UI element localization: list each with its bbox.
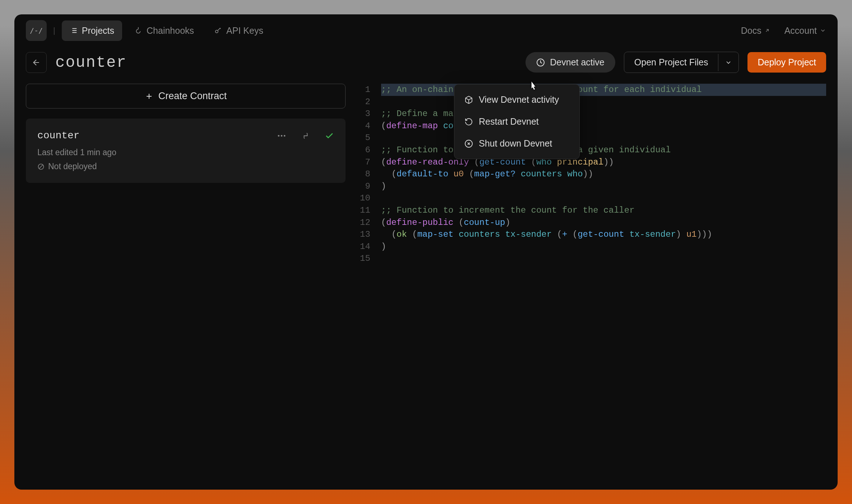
code-line[interactable] [381,253,826,265]
chevron-down-icon [820,27,826,34]
clock-icon [536,58,545,67]
nav-divider: | [53,26,55,35]
svg-point-13 [284,135,286,137]
svg-point-12 [281,135,283,137]
contract-last-edited: Last edited 1 min ago [37,148,334,157]
content-area: counter Devnet active Open Project Files… [14,47,838,490]
function-button[interactable] [302,131,310,140]
project-title: counter [55,54,127,71]
code-line[interactable]: ;; Define a map data structure [381,108,826,120]
code-line[interactable] [381,96,826,108]
chevron-down-icon[interactable] [718,54,738,71]
svg-line-15 [39,165,43,168]
code-line[interactable]: ) [381,241,826,253]
create-contract-button[interactable]: Create Contract [26,84,346,108]
nav-item-label: Projects [82,26,114,36]
code-line[interactable] [381,132,826,144]
deploy-project-button[interactable]: Deploy Project [747,52,826,73]
nav-right: Docs Account [741,26,826,36]
function-icon [302,131,310,140]
more-horizontal-icon [277,131,287,141]
sidebar: Create Contract counter [26,84,346,478]
list-icon [70,27,78,34]
key-icon [214,27,222,34]
svg-point-6 [216,30,218,33]
svg-point-11 [278,135,280,137]
code-line[interactable]: ) [381,180,826,193]
open-project-files-button[interactable]: Open Project Files [624,52,739,73]
code-line[interactable] [381,192,826,204]
external-link-icon [764,28,770,33]
contract-name: counter [37,130,268,141]
nav-account[interactable]: Account [784,26,826,36]
app-window: /-/ | Projects Chainhooks API Keys Docs … [14,14,838,490]
hook-icon [134,27,142,34]
nav-item-label: API Keys [226,26,263,36]
nav-chainhooks[interactable]: Chainhooks [126,20,202,41]
project-header: counter Devnet active Open Project Files… [26,47,826,84]
dropdown-view-activity[interactable]: View Devnet activity [454,89,579,111]
check-icon [325,131,334,140]
code-editor[interactable]: 123456789101112131415 ;; An on-chain cou… [360,84,826,478]
nav-bar: /-/ | Projects Chainhooks API Keys Docs … [14,14,838,47]
code-line[interactable]: (define-public (count-up) [381,217,826,229]
dropdown-shutdown[interactable]: Shut down Devnet [454,133,579,154]
code-line[interactable]: (default-to u0 (map-get? counters who)) [381,168,826,180]
nav-item-label: Chainhooks [147,26,194,36]
more-button[interactable] [277,131,287,141]
nav-docs[interactable]: Docs [741,26,770,36]
code-line[interactable]: ;; Function to retrieve the count for a … [381,144,826,156]
plus-icon [145,92,153,101]
code-line[interactable]: (define-map counters principal uint) [381,120,826,132]
refresh-icon [464,117,473,126]
circle-slash-icon [37,163,45,170]
code-line[interactable]: ;; An on-chain counter that stores a cou… [381,84,826,96]
dropdown-restart[interactable]: Restart Devnet [454,111,579,133]
arrow-left-icon [32,58,41,67]
nav-projects[interactable]: Projects [62,20,122,41]
devnet-status-button[interactable]: Devnet active [525,52,615,73]
cursor-icon [528,80,538,92]
main-content: Create Contract counter [26,84,826,478]
nav-apikeys[interactable]: API Keys [206,20,271,41]
back-button[interactable] [26,52,47,73]
contract-card[interactable]: counter Last [26,119,346,183]
code-lines[interactable]: ;; An on-chain counter that stores a cou… [381,84,826,478]
code-line[interactable]: ;; Function to increment the count for t… [381,204,826,217]
check-button[interactable] [325,131,334,140]
logo[interactable]: /-/ [26,20,47,41]
cube-icon [464,96,473,104]
code-line[interactable]: (ok (map-set counters tx-sender (+ (get-… [381,228,826,241]
deployment-status: Not deployed [37,162,334,171]
devnet-dropdown: View Devnet activity Restart Devnet Shut… [454,84,580,159]
line-gutter: 123456789101112131415 [360,84,381,478]
code-line[interactable]: (define-read-only (get-count (who princi… [381,156,826,168]
x-circle-icon [464,139,473,148]
